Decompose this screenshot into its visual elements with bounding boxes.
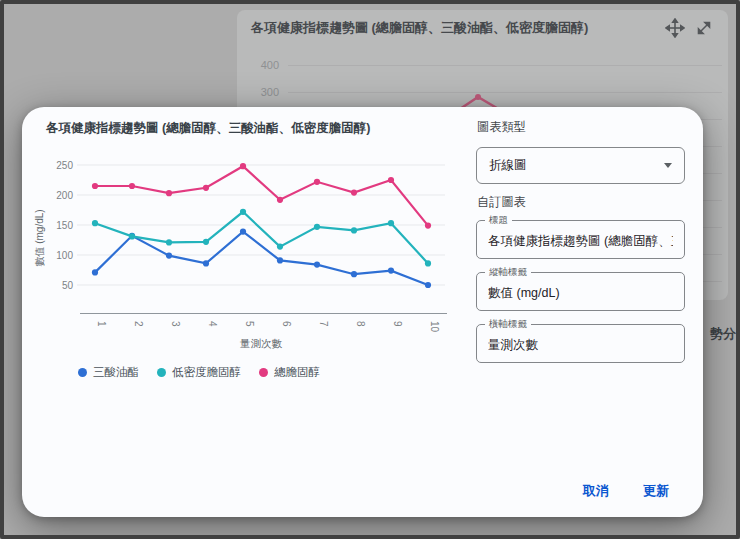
bg-gridline <box>288 65 722 66</box>
x-tick-label: 3 <box>170 321 181 327</box>
chart-type-heading: 圖表類型 <box>477 119 526 136</box>
x-tick-label: 1 <box>96 321 107 327</box>
data-point <box>166 239 172 245</box>
title-field[interactable]: 標題 各項健康指標趨勢圖 (總膽固醇、三酸油酯、低密度膽固醇) <box>476 220 685 259</box>
legend-label: 總膽固醇 <box>274 365 320 380</box>
data-point <box>425 223 431 229</box>
x-tick-label: 7 <box>318 321 329 327</box>
data-point <box>129 183 135 189</box>
y-tick-label: 200 <box>56 190 73 201</box>
data-point <box>351 190 357 196</box>
data-point <box>129 233 135 239</box>
data-point <box>351 271 357 277</box>
title-field-value[interactable]: 各項健康指標趨勢圖 (總膽固醇、三酸油酯、低密度膽固醇) <box>488 229 673 253</box>
y-tick-label: 250 <box>56 160 73 171</box>
customize-heading: 自訂圖表 <box>477 194 526 211</box>
data-point <box>240 209 246 215</box>
background-partial-text: 勢分 <box>710 325 736 343</box>
data-point <box>314 262 320 268</box>
y-axis-field-value[interactable]: 數值 (mg/dL) <box>488 281 673 305</box>
legend-item[interactable]: 三酸油酯 <box>78 365 139 380</box>
data-point <box>277 244 283 250</box>
y-axis-field-label: 縱軸標籤 <box>485 266 531 279</box>
legend-item[interactable]: 低密度膽固醇 <box>157 365 241 380</box>
data-point <box>388 268 394 274</box>
data-point <box>277 197 283 203</box>
y-axis-label-field[interactable]: 縱軸標籤 數值 (mg/dL) <box>476 272 685 311</box>
data-point <box>166 190 172 196</box>
x-tick-label: 2 <box>133 321 144 327</box>
move-icon[interactable] <box>665 18 685 38</box>
data-point <box>92 269 98 275</box>
legend-dot-icon <box>78 368 87 377</box>
series-line-低密度膽固醇 <box>95 212 428 264</box>
y-tick-label: 50 <box>62 280 74 291</box>
bg-ytick-300: 300 <box>245 86 279 98</box>
data-point <box>240 163 246 169</box>
dialog-chart: 50100150200250數值 (mg/dL)12345678910量測次數 <box>30 150 474 362</box>
x-axis-title: 量測次數 <box>239 337 283 349</box>
cancel-button[interactable]: 取消 <box>579 480 613 502</box>
data-point <box>351 227 357 233</box>
chart-editor-dialog: 各項健康指標趨勢圖 (總膽固醇、三酸油酯、低密度膽固醇) 50100150200… <box>22 107 703 517</box>
data-point <box>240 229 246 235</box>
data-point <box>92 183 98 189</box>
y-tick-label: 100 <box>56 250 73 261</box>
data-point <box>203 185 209 191</box>
data-point <box>92 220 98 226</box>
x-tick-label: 8 <box>355 321 366 327</box>
chart-type-dropdown[interactable]: 折線圖 <box>476 147 685 184</box>
series-line-總膽固醇 <box>95 166 428 225</box>
data-point <box>425 260 431 266</box>
data-point <box>425 282 431 288</box>
chart-type-value: 折線圖 <box>489 157 527 174</box>
data-point <box>314 224 320 230</box>
chevron-down-icon <box>664 163 672 168</box>
data-point <box>388 220 394 226</box>
x-tick-label: 4 <box>207 321 218 327</box>
legend-label: 三酸油酯 <box>93 365 139 380</box>
x-axis-label-field[interactable]: 橫軸標籤 量測次數 <box>476 324 685 363</box>
title-field-label: 標題 <box>485 214 512 227</box>
data-point <box>314 179 320 185</box>
x-tick-label: 6 <box>281 321 292 327</box>
data-point <box>277 257 283 263</box>
background-chart-title: 各項健康指標趨勢圖 (總膽固醇、三酸油酯、低密度膽固醇) <box>251 19 588 37</box>
data-point <box>203 260 209 266</box>
x-tick-label: 9 <box>392 321 403 327</box>
chart-legend: 三酸油酯低密度膽固醇總膽固醇 <box>78 365 320 380</box>
data-point <box>388 177 394 183</box>
dialog-actions: 取消 更新 <box>579 480 673 502</box>
legend-dot-icon <box>259 368 268 377</box>
bg-ytick-400: 400 <box>245 59 279 71</box>
y-tick-label: 150 <box>56 220 73 231</box>
y-axis-title: 數值 (mg/dL) <box>34 209 45 266</box>
legend-item[interactable]: 總膽固醇 <box>259 365 320 380</box>
dialog-chart-title: 各項健康指標趨勢圖 (總膽固醇、三酸油酯、低密度膽固醇) <box>46 120 370 137</box>
update-button[interactable]: 更新 <box>639 480 673 502</box>
x-tick-label: 10 <box>429 321 440 333</box>
expand-icon[interactable] <box>696 20 712 36</box>
x-axis-field-label: 橫軸標籤 <box>485 318 531 331</box>
x-axis-field-value[interactable]: 量測次數 <box>488 333 673 357</box>
x-tick-label: 5 <box>244 321 255 327</box>
legend-dot-icon <box>157 368 166 377</box>
data-point <box>166 253 172 259</box>
legend-label: 低密度膽固醇 <box>172 365 241 380</box>
screen: 各項健康指標趨勢圖 (總膽固醇、三酸油酯、低密度膽固醇) 400 300 勢分 … <box>0 0 740 539</box>
data-point <box>203 239 209 245</box>
